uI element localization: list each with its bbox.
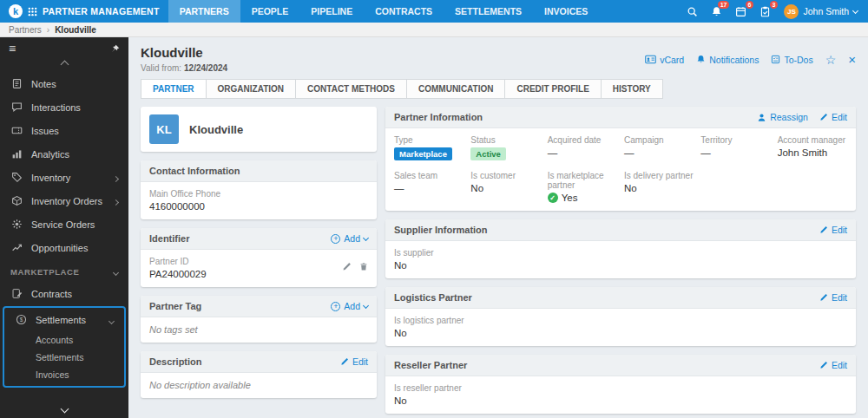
sidebar-scroll-up[interactable]	[0, 57, 128, 72]
sidebar-subitem-accounts[interactable]: Accounts	[4, 331, 124, 349]
tab-communication[interactable]: COMMUNICATION	[406, 79, 505, 99]
breadcrumb: Partners Kloudville	[0, 23, 868, 37]
field-sales-team: Sales team —	[394, 171, 464, 203]
nav-invoices[interactable]: INVOICES	[533, 0, 599, 23]
type-badge: Marketplace	[394, 147, 452, 160]
tag-icon	[10, 172, 23, 183]
identifier-add-button[interactable]: Add	[331, 233, 368, 244]
description-card: Description Edit No description availabl…	[141, 351, 377, 398]
partner-tag-card: Partner Tag Add No tags set	[141, 296, 377, 343]
field-is-marketplace-partner: Is marketplace partner Yes	[548, 171, 617, 203]
chevron-down-icon	[852, 7, 858, 13]
no-description-text: No description available	[149, 380, 368, 390]
kloudville-logo[interactable]: k	[9, 4, 23, 18]
calendar-badge: 6	[746, 1, 754, 10]
tab-credit-profile[interactable]: CREDIT PROFILE	[504, 79, 601, 99]
tab-organization[interactable]: ORGANIZATION	[206, 79, 296, 99]
notifications-bell-icon[interactable]: 17	[711, 6, 722, 17]
calendar-icon[interactable]: 6	[735, 6, 746, 17]
todos-badge: 3	[770, 1, 779, 10]
edit-pencil-icon[interactable]	[342, 262, 352, 271]
sidebar-scroll-down[interactable]	[0, 403, 128, 418]
tab-contact-methods[interactable]: CONTACT METHODS	[295, 79, 407, 99]
chevron-down-icon	[109, 315, 114, 325]
chevron-right-icon	[114, 196, 118, 206]
is-supplier-label: Is supplier	[394, 248, 847, 258]
sidebar-item-inventory-orders[interactable]: Inventory Orders	[0, 189, 128, 212]
pencil-icon	[819, 293, 828, 302]
chevron-right-icon	[114, 173, 118, 183]
vcard-button[interactable]: vCard	[645, 55, 684, 65]
user-avatar: JS	[784, 4, 799, 19]
page-title: Kloudville	[141, 45, 227, 60]
is-reseller-value: No	[394, 395, 847, 406]
sidebar-item-issues[interactable]: Issues	[0, 119, 128, 142]
partner-name: Kloudville	[189, 123, 243, 136]
reassign-button[interactable]: Reassign	[757, 112, 808, 122]
nav-settlements[interactable]: SETTLEMENTS	[444, 0, 533, 23]
favorite-star-icon[interactable]	[825, 54, 837, 66]
delete-trash-icon[interactable]	[359, 262, 368, 271]
partner-identity-card: KL Kloudville	[141, 107, 377, 152]
sidebar-item-inventory[interactable]: Inventory	[0, 166, 128, 189]
field-acquired-date: Acquired date —	[548, 135, 617, 160]
vcard-icon	[645, 55, 656, 64]
sidebar-item-analytics[interactable]: Analytics	[0, 142, 128, 166]
user-menu[interactable]: JS John Smith	[784, 4, 858, 19]
chevron-down-icon	[363, 234, 369, 240]
partner-avatar: KL	[149, 114, 179, 144]
chevron-down-icon	[363, 302, 369, 308]
supplier-edit-button[interactable]: Edit	[819, 225, 847, 235]
nav-partners[interactable]: PARTNERS	[168, 0, 240, 23]
app-brand[interactable]: k PARTNER MANAGEMENT	[0, 0, 168, 23]
pencil-icon	[819, 225, 828, 234]
sidebar: Notes Interactions Issues Analytics Inve…	[0, 37, 128, 418]
sidebar-item-service-orders[interactable]: Service Orders	[0, 212, 128, 236]
sidebar-subitem-settlements[interactable]: Settlements	[4, 349, 124, 366]
no-tags-text: No tags set	[149, 324, 368, 335]
pencil-icon	[819, 361, 828, 369]
box-icon	[10, 195, 23, 206]
contract-icon	[10, 288, 23, 299]
notifications-badge: 17	[718, 1, 730, 10]
sidebar-item-settlements[interactable]: $ Settlements	[4, 308, 124, 331]
field-is-delivery-partner: Is delivery partner No	[624, 171, 694, 203]
breadcrumb-current: Kloudville	[55, 25, 96, 35]
notifications-button[interactable]: Notifications	[696, 55, 759, 65]
nav-people[interactable]: PEOPLE	[240, 0, 300, 23]
partner-information-card: Partner Information Reassign Edit	[385, 107, 856, 211]
is-logistics-label: Is logistics partner	[394, 316, 847, 325]
tab-partner[interactable]: PARTNER	[141, 79, 207, 99]
nav-pipeline[interactable]: PIPELINE	[299, 0, 364, 23]
todos-clipboard-icon[interactable]: 3	[760, 6, 771, 17]
logistics-edit-button[interactable]: Edit	[819, 292, 847, 303]
todos-button[interactable]: To-Dos	[771, 55, 812, 65]
search-icon[interactable]	[687, 6, 698, 17]
pin-icon[interactable]	[110, 44, 120, 54]
nav-contracts[interactable]: CONTRACTS	[364, 0, 444, 23]
app-grid-icon[interactable]	[28, 7, 37, 16]
sidebar-subitem-invoices[interactable]: Invoices	[4, 366, 124, 383]
partner-id-label: Partner ID	[149, 257, 207, 266]
partner-tag-add-button[interactable]: Add	[331, 301, 368, 311]
sidebar-item-opportunities[interactable]: Opportunities	[0, 236, 128, 259]
sidebar-section-marketplace[interactable]: MARKETPLACE	[0, 259, 128, 282]
reseller-edit-button[interactable]: Edit	[819, 360, 847, 370]
field-campaign: Campaign —	[624, 135, 694, 160]
tab-history[interactable]: HISTORY	[601, 79, 663, 99]
breadcrumb-partners[interactable]: Partners	[9, 25, 42, 35]
notes-icon	[10, 78, 23, 89]
phone-label: Main Office Phone	[149, 189, 368, 199]
field-status: Status Active	[470, 135, 540, 160]
description-edit-button[interactable]: Edit	[340, 356, 368, 367]
reseller-partner-card: Reseller Partner Edit Is reseller partne…	[385, 355, 856, 414]
partner-info-edit-button[interactable]: Edit	[819, 112, 847, 122]
field-territory: Territory —	[700, 135, 770, 160]
close-icon[interactable]	[848, 53, 856, 66]
sidebar-item-interactions[interactable]: Interactions	[0, 95, 128, 119]
topnav-utilities: 17 6 3 JS John Smith	[687, 0, 868, 23]
sidebar-menu-icon[interactable]	[9, 42, 16, 56]
sidebar-item-notes[interactable]: Notes	[0, 72, 128, 95]
detail-tabs: PARTNER ORGANIZATION CONTACT METHODS COM…	[128, 79, 868, 99]
sidebar-item-contracts[interactable]: Contracts	[0, 282, 128, 305]
